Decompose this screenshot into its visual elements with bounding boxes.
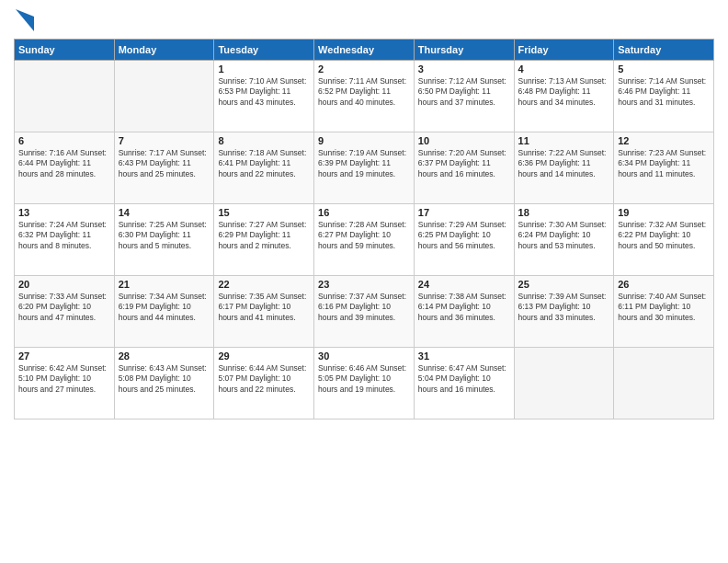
calendar-cell: 20Sunrise: 7:33 AM Sunset: 6:20 PM Dayli… [15,276,115,348]
day-info: Sunrise: 7:18 AM Sunset: 6:41 PM Dayligh… [218,148,310,179]
day-info: Sunrise: 7:40 AM Sunset: 6:11 PM Dayligh… [618,292,710,323]
svg-marker-0 [16,9,34,31]
day-info: Sunrise: 6:46 AM Sunset: 5:05 PM Dayligh… [318,363,410,395]
day-number: 17 [418,207,510,218]
day-number: 27 [18,350,110,362]
col-header-wednesday: Wednesday [314,40,415,61]
day-info: Sunrise: 7:32 AM Sunset: 6:22 PM Dayligh… [618,220,710,251]
day-info: Sunrise: 7:19 AM Sunset: 6:39 PM Dayligh… [318,148,410,179]
calendar-cell: 9Sunrise: 7:19 AM Sunset: 6:39 PM Daylig… [314,132,415,204]
col-header-thursday: Thursday [414,40,514,61]
day-number: 16 [318,207,410,218]
day-number: 28 [119,350,210,362]
calendar-cell: 8Sunrise: 7:18 AM Sunset: 6:41 PM Daylig… [214,132,314,204]
col-header-friday: Friday [514,40,614,61]
calendar-cell: 16Sunrise: 7:28 AM Sunset: 6:27 PM Dayli… [314,204,415,276]
day-info: Sunrise: 7:23 AM Sunset: 6:34 PM Dayligh… [618,148,710,179]
calendar-cell: 18Sunrise: 7:30 AM Sunset: 6:24 PM Dayli… [514,204,614,276]
day-number: 11 [518,135,610,146]
day-number: 9 [318,135,410,146]
calendar-cell: 5Sunrise: 7:14 AM Sunset: 6:46 PM Daylig… [614,61,714,132]
day-info: Sunrise: 7:17 AM Sunset: 6:43 PM Dayligh… [119,148,210,179]
calendar-cell: 19Sunrise: 7:32 AM Sunset: 6:22 PM Dayli… [614,204,714,276]
day-info: Sunrise: 7:30 AM Sunset: 6:24 PM Dayligh… [518,220,610,251]
day-number: 6 [18,135,110,146]
week-row-3: 13Sunrise: 7:24 AM Sunset: 6:32 PM Dayli… [15,204,714,276]
day-number: 30 [318,350,410,362]
day-number: 25 [518,279,610,290]
calendar-cell [15,61,115,132]
day-number: 12 [618,135,710,146]
calendar-cell: 24Sunrise: 7:38 AM Sunset: 6:14 PM Dayli… [414,276,514,348]
day-number: 20 [18,279,110,290]
calendar-cell: 1Sunrise: 7:10 AM Sunset: 6:53 PM Daylig… [214,61,314,132]
day-number: 1 [218,63,310,75]
week-row-5: 27Sunrise: 6:42 AM Sunset: 5:10 PM Dayli… [15,348,714,419]
calendar-cell: 25Sunrise: 7:39 AM Sunset: 6:13 PM Dayli… [514,276,614,348]
calendar-cell: 28Sunrise: 6:43 AM Sunset: 5:08 PM Dayli… [114,348,214,419]
day-number: 18 [518,207,610,218]
day-info: Sunrise: 7:12 AM Sunset: 6:50 PM Dayligh… [418,76,510,108]
calendar-cell [114,61,214,132]
calendar-cell [514,348,614,419]
day-info: Sunrise: 7:20 AM Sunset: 6:37 PM Dayligh… [418,148,510,179]
day-info: Sunrise: 6:44 AM Sunset: 5:07 PM Dayligh… [218,363,310,395]
calendar-cell: 22Sunrise: 7:35 AM Sunset: 6:17 PM Dayli… [214,276,314,348]
day-info: Sunrise: 7:29 AM Sunset: 6:25 PM Dayligh… [418,220,510,251]
col-header-saturday: Saturday [614,40,714,61]
day-info: Sunrise: 7:10 AM Sunset: 6:53 PM Dayligh… [218,76,310,108]
day-number: 10 [418,135,510,146]
calendar-cell: 6Sunrise: 7:16 AM Sunset: 6:44 PM Daylig… [15,132,115,204]
logo [14,9,34,31]
calendar-cell: 23Sunrise: 7:37 AM Sunset: 6:16 PM Dayli… [314,276,415,348]
day-number: 2 [318,63,410,75]
day-info: Sunrise: 7:14 AM Sunset: 6:46 PM Dayligh… [618,76,710,108]
calendar-cell: 13Sunrise: 7:24 AM Sunset: 6:32 PM Dayli… [15,204,115,276]
day-number: 31 [418,350,510,362]
day-info: Sunrise: 7:24 AM Sunset: 6:32 PM Dayligh… [18,220,110,251]
day-info: Sunrise: 6:42 AM Sunset: 5:10 PM Dayligh… [18,363,110,395]
calendar-cell: 15Sunrise: 7:27 AM Sunset: 6:29 PM Dayli… [214,204,314,276]
calendar-cell: 31Sunrise: 6:47 AM Sunset: 5:04 PM Dayli… [414,348,514,419]
day-number: 23 [318,279,410,290]
day-info: Sunrise: 7:38 AM Sunset: 6:14 PM Dayligh… [418,292,510,323]
day-number: 14 [119,207,210,218]
day-number: 4 [518,63,610,75]
week-row-1: 1Sunrise: 7:10 AM Sunset: 6:53 PM Daylig… [15,61,714,132]
calendar-cell: 17Sunrise: 7:29 AM Sunset: 6:25 PM Dayli… [414,204,514,276]
page-header [14,9,714,31]
col-header-sunday: Sunday [15,40,115,61]
day-info: Sunrise: 6:43 AM Sunset: 5:08 PM Dayligh… [119,363,210,395]
day-info: Sunrise: 6:47 AM Sunset: 5:04 PM Dayligh… [418,363,510,395]
calendar-cell: 3Sunrise: 7:12 AM Sunset: 6:50 PM Daylig… [414,61,514,132]
day-number: 8 [218,135,310,146]
day-number: 13 [18,207,110,218]
day-number: 19 [618,207,710,218]
day-info: Sunrise: 7:25 AM Sunset: 6:30 PM Dayligh… [119,220,210,251]
calendar-cell: 30Sunrise: 6:46 AM Sunset: 5:05 PM Dayli… [314,348,415,419]
logo-icon [16,9,34,31]
calendar-cell [614,348,714,419]
calendar-cell: 2Sunrise: 7:11 AM Sunset: 6:52 PM Daylig… [314,61,415,132]
day-number: 29 [218,350,310,362]
calendar-table: SundayMondayTuesdayWednesdayThursdayFrid… [14,39,714,419]
day-info: Sunrise: 7:34 AM Sunset: 6:19 PM Dayligh… [119,292,210,323]
day-info: Sunrise: 7:16 AM Sunset: 6:44 PM Dayligh… [18,148,110,179]
day-info: Sunrise: 7:33 AM Sunset: 6:20 PM Dayligh… [18,292,110,323]
calendar-cell: 12Sunrise: 7:23 AM Sunset: 6:34 PM Dayli… [614,132,714,204]
col-header-tuesday: Tuesday [214,40,314,61]
calendar-cell: 11Sunrise: 7:22 AM Sunset: 6:36 PM Dayli… [514,132,614,204]
day-info: Sunrise: 7:11 AM Sunset: 6:52 PM Dayligh… [318,76,410,108]
day-number: 15 [218,207,310,218]
day-info: Sunrise: 7:35 AM Sunset: 6:17 PM Dayligh… [218,292,310,323]
week-row-2: 6Sunrise: 7:16 AM Sunset: 6:44 PM Daylig… [15,132,714,204]
day-number: 3 [418,63,510,75]
calendar-cell: 7Sunrise: 7:17 AM Sunset: 6:43 PM Daylig… [114,132,214,204]
calendar-cell: 14Sunrise: 7:25 AM Sunset: 6:30 PM Dayli… [114,204,214,276]
day-number: 22 [218,279,310,290]
day-info: Sunrise: 7:27 AM Sunset: 6:29 PM Dayligh… [218,220,310,251]
day-info: Sunrise: 7:37 AM Sunset: 6:16 PM Dayligh… [318,292,410,323]
calendar-cell: 21Sunrise: 7:34 AM Sunset: 6:19 PM Dayli… [114,276,214,348]
day-info: Sunrise: 7:39 AM Sunset: 6:13 PM Dayligh… [518,292,610,323]
day-number: 5 [618,63,710,75]
